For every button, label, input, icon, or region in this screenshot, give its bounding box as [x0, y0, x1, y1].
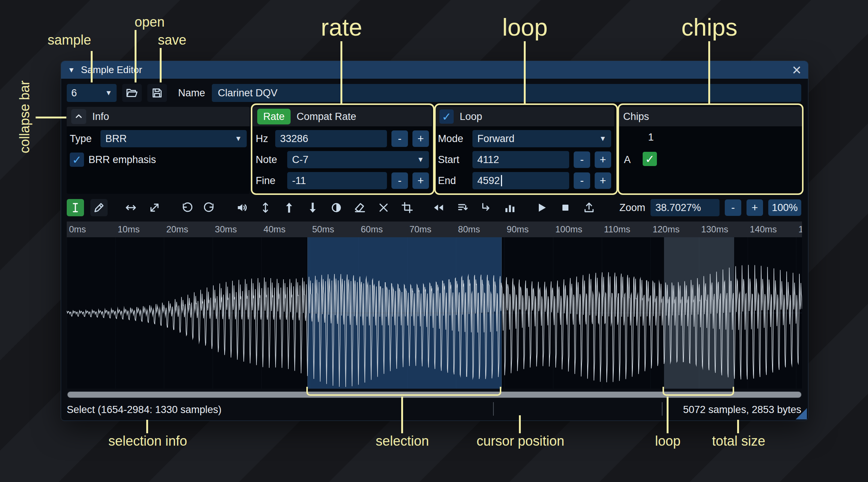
zoom-label: Zoom: [619, 202, 645, 214]
undo-button[interactable]: [178, 199, 195, 216]
timeline-label: 30ms: [215, 224, 237, 235]
status-total-size: 5072 samples, 2853 bytes: [683, 404, 801, 416]
bar-chart-icon: [504, 202, 516, 214]
redo-button[interactable]: [201, 199, 219, 216]
delete-button[interactable]: [375, 199, 392, 216]
zoom-in-button[interactable]: +: [747, 199, 763, 216]
name-row: 6 ▼ Name Clarinet DQV: [67, 84, 801, 102]
zoom-controls: Zoom 38.7027% - + 100%: [619, 199, 801, 216]
timeline-label: 20ms: [166, 224, 188, 235]
folder-open-icon: [126, 87, 138, 99]
waveform-canvas[interactable]: [67, 237, 802, 389]
chevron-down-icon: ▼: [105, 89, 112, 97]
chevron-up-icon: [74, 112, 84, 121]
rewind-icon: [433, 202, 445, 214]
annotation-collapse-bar: collapse bar: [17, 81, 33, 153]
toolbar: Zoom 38.7027% - + 100%: [67, 198, 801, 217]
resize-horizontal-icon: [125, 202, 137, 214]
zoom-out-button[interactable]: -: [725, 199, 741, 216]
name-input[interactable]: Clarinet DQV: [212, 84, 801, 102]
annotation-box-rate: [251, 103, 435, 195]
info-header: Info: [67, 107, 250, 126]
type-value: BRR: [105, 133, 127, 145]
pencil-icon: [93, 202, 105, 214]
window-resize-grip[interactable]: [796, 408, 807, 419]
annotation-chips: chips: [681, 13, 737, 41]
stretch-button[interactable]: [146, 199, 163, 216]
sample-index-dropdown[interactable]: 6 ▼: [67, 84, 117, 102]
brr-emphasis-checkbox[interactable]: ✓: [70, 153, 84, 167]
reverse-button[interactable]: [430, 199, 448, 216]
edit-cursor-button[interactable]: [67, 199, 84, 216]
floppy-save-icon: [151, 87, 163, 99]
timeline-label: 0ms: [69, 224, 86, 235]
annotation-open: open: [135, 14, 165, 30]
annotation-loop-marker: loop: [655, 433, 681, 449]
invert-button[interactable]: [328, 199, 345, 216]
chevron-down-icon: ▼: [235, 135, 242, 143]
sample-index-value: 6: [71, 87, 77, 99]
save-button[interactable]: [147, 84, 167, 102]
crop-icon: [401, 202, 413, 214]
undo-icon: [180, 202, 192, 214]
timeline-label: 90ms: [507, 224, 529, 235]
waveform-view: [67, 237, 802, 389]
open-button[interactable]: [122, 84, 142, 102]
timeline-ruler[interactable]: 0ms10ms20ms30ms40ms50ms60ms70ms80ms90ms1…: [67, 222, 802, 237]
window-title: Sample Editor: [81, 64, 142, 76]
stop-button[interactable]: [557, 199, 574, 216]
filter-button[interactable]: [501, 199, 519, 216]
timeline-label: 40ms: [264, 224, 286, 235]
annotation-box-loop: [434, 103, 618, 195]
arrows-vertical-icon: [259, 202, 271, 214]
amplify-up-button[interactable]: [280, 199, 298, 216]
zoom-input[interactable]: 38.7027%: [651, 199, 720, 216]
timeline-label: 130ms: [701, 224, 728, 235]
timeline-label: 50ms: [312, 224, 334, 235]
insert-button[interactable]: [478, 199, 495, 216]
brr-emphasis-label: BRR emphasis: [88, 154, 156, 166]
arrow-turn-right-icon: [480, 202, 492, 214]
stop-icon: [559, 202, 571, 214]
normalize-button[interactable]: [257, 199, 274, 216]
resize-free-icon: [148, 202, 160, 214]
downsample-button[interactable]: [454, 199, 471, 216]
zoom-reset-button[interactable]: 100%: [768, 199, 801, 216]
speaker-icon: [236, 202, 248, 214]
annotation-line-collapse-bar: [36, 117, 66, 118]
annotation-save: save: [158, 32, 186, 48]
timeline-label: 150: [799, 224, 802, 235]
trim-button[interactable]: [399, 199, 416, 216]
redo-icon: [204, 202, 216, 214]
silence-button[interactable]: [351, 199, 369, 216]
annotation-loop: loop: [502, 13, 548, 41]
resize-button[interactable]: [122, 199, 139, 216]
annotation-line-sample: [91, 51, 93, 82]
pencil-button[interactable]: [90, 199, 108, 216]
invert-icon: [330, 202, 342, 214]
play-icon: [536, 202, 548, 214]
play-button[interactable]: [533, 199, 550, 216]
timeline-label: 10ms: [118, 224, 140, 235]
annotation-line-rate: [340, 41, 342, 104]
annotation-line-selection-info: [146, 420, 148, 433]
annotation-line-loop: [524, 41, 526, 104]
timeline-label: 110ms: [604, 224, 630, 235]
type-dropdown[interactable]: BRR ▼: [100, 130, 247, 147]
upload-icon: [583, 202, 595, 214]
annotation-line-selection: [401, 397, 403, 433]
arrow-down-icon: [307, 202, 319, 214]
collapse-bar-button[interactable]: [71, 109, 86, 124]
window-collapse-icon[interactable]: ▼: [68, 66, 75, 74]
sort-lines-icon: [457, 202, 469, 214]
timeline-label: 60ms: [361, 224, 383, 235]
annotation-line-total-size: [737, 420, 739, 433]
status-selection-info: Select (1654-2984: 1330 samples): [67, 404, 222, 416]
annotation-total-size: total size: [712, 433, 765, 449]
preview-button[interactable]: [233, 199, 250, 216]
close-icon[interactable]: ×: [792, 62, 801, 78]
status-divider: [662, 402, 663, 416]
timeline-label: 70ms: [409, 224, 432, 235]
amplify-down-button[interactable]: [304, 199, 321, 216]
import-button[interactable]: [580, 199, 598, 216]
